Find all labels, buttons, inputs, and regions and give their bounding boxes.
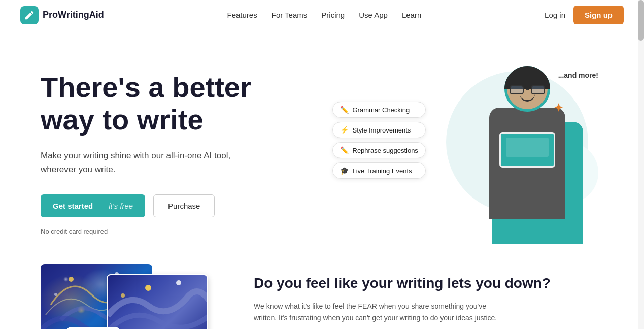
nav-use-app[interactable]: Use App xyxy=(359,11,388,19)
hero-section: There's a better way to write Make your … xyxy=(0,30,644,264)
thought-bubble: My idea in my head xyxy=(66,327,120,329)
hero-title-line2: way to write xyxy=(41,104,204,136)
pill-grammar: ✏️ Grammar Checking xyxy=(332,102,426,118)
scrollbar-gutter[interactable] xyxy=(638,0,644,329)
bottom-image-area: My idea in my head xyxy=(41,264,213,329)
get-started-button[interactable]: Get started — it's free xyxy=(41,194,145,217)
person-laptop xyxy=(499,132,555,168)
logo[interactable]: ProWritingAid xyxy=(20,6,104,24)
logo-svg xyxy=(24,10,35,21)
bottom-section-desc: We know what it's like to feel the FEAR … xyxy=(254,301,497,323)
bottom-right-content: Do you feel like your writing lets you d… xyxy=(254,264,603,323)
nav-for-teams[interactable]: For Teams xyxy=(272,11,308,19)
hero-title-line1: There's a better xyxy=(41,71,251,103)
pill-style-label: Style Improvements xyxy=(353,126,411,134)
hero-title: There's a better way to write xyxy=(41,71,312,137)
and-more-label: ...and more! xyxy=(558,71,598,79)
nav-pricing[interactable]: Pricing xyxy=(321,11,345,19)
nav-learn[interactable]: Learn xyxy=(402,11,421,19)
svg-point-3 xyxy=(54,293,57,296)
login-button[interactable]: Log in xyxy=(545,11,565,19)
pill-training-icon: 🎓 xyxy=(340,167,349,175)
card-front-art xyxy=(108,275,208,329)
brand-name: ProWritingAid xyxy=(43,10,104,20)
hero-subtitle: Make your writing shine with our all-in-… xyxy=(41,149,244,176)
hero-left: There's a better way to write Make your … xyxy=(41,61,312,235)
cta-free-text: it's free xyxy=(109,202,133,210)
svg-point-0 xyxy=(69,277,74,282)
pill-training: 🎓 Live Training Events xyxy=(332,162,426,179)
pill-training-label: Live Training Events xyxy=(353,167,412,175)
pill-grammar-icon: ✏️ xyxy=(340,106,349,114)
pill-rephrase-icon: ✏️ xyxy=(340,146,349,154)
pill-rephrase-label: Rephrase suggestions xyxy=(353,147,418,154)
pill-style: ⚡ Style Improvements xyxy=(332,122,426,138)
scrollbar-thumb[interactable] xyxy=(638,0,644,41)
plus-decoration: ✦ xyxy=(554,102,563,115)
pill-grammar-label: Grammar Checking xyxy=(353,106,410,114)
no-credit-card-text: No credit card required xyxy=(41,227,312,235)
hero-illustration: ...and more! ✦ ✏️ Grammar Checking ⚡ Sty… xyxy=(332,61,604,244)
svg-point-5 xyxy=(176,280,181,285)
hero-right: ...and more! ✦ ✏️ Grammar Checking ⚡ Sty… xyxy=(332,61,604,244)
pill-rephrase: ✏️ Rephrase suggestions xyxy=(332,142,426,158)
bottom-section-title: Do you feel like your writing lets you d… xyxy=(254,274,603,292)
starry-night-card-front xyxy=(107,274,208,329)
navbar: ProWritingAid Features For Teams Pricing… xyxy=(0,0,644,30)
pill-style-icon: ⚡ xyxy=(340,126,349,134)
purchase-button[interactable]: Purchase xyxy=(153,194,215,217)
feature-pills: ✏️ Grammar Checking ⚡ Style Improvements… xyxy=(332,102,426,179)
logo-icon xyxy=(20,6,39,24)
nav-links: Features For Teams Pricing Use App Learn xyxy=(227,11,422,19)
svg-point-4 xyxy=(145,285,151,291)
nav-features[interactable]: Features xyxy=(227,11,257,19)
get-started-label: Get started xyxy=(53,202,93,210)
nav-actions: Log in Sign up xyxy=(545,6,624,24)
hero-buttons: Get started — it's free Purchase xyxy=(41,194,312,217)
signup-button[interactable]: Sign up xyxy=(573,6,624,24)
cta-separator: — xyxy=(97,202,105,210)
bottom-section: My idea in my head Do you feel like your… xyxy=(0,264,644,329)
person-figure xyxy=(477,66,578,249)
svg-point-6 xyxy=(121,293,125,298)
